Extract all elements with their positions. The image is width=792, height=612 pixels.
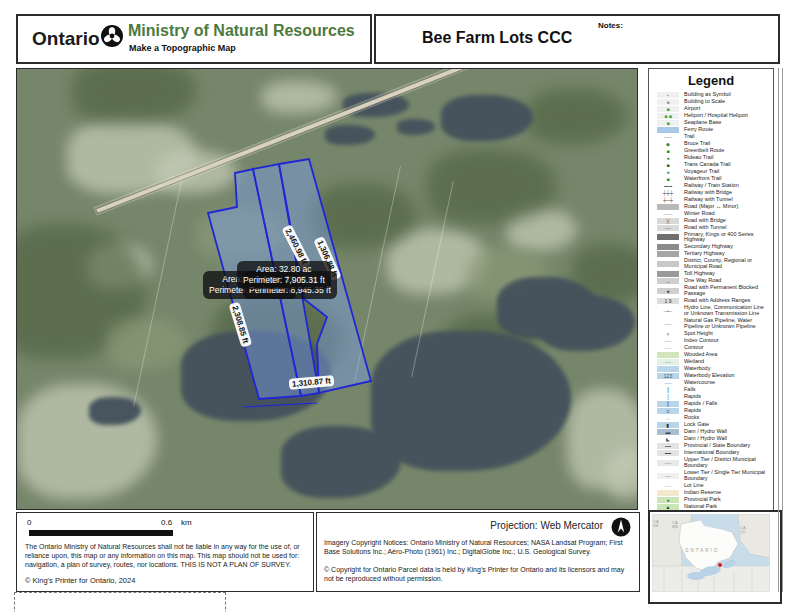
legend-item-label: Lot Line bbox=[684, 483, 704, 489]
legend-swatch-icon: ── bbox=[657, 338, 679, 344]
legend-item-label: Rideau Trail bbox=[684, 155, 713, 161]
tooltip-perimeter-value: Perimeter: 7,905.31 ft bbox=[243, 275, 325, 286]
legend-swatch-icon bbox=[657, 127, 679, 133]
legend-item-label: Rapids bbox=[684, 394, 701, 400]
legend-swatch-icon bbox=[657, 352, 679, 358]
legend-swatch-icon: ■ ■ bbox=[657, 113, 679, 119]
legend-swatch-icon bbox=[657, 244, 679, 250]
legend-item: ■ ■Heliport / Hospital Heliport bbox=[657, 112, 769, 119]
scale-disclaimer-box: 0 0.6 km The Ontario Ministry of Natural… bbox=[16, 512, 314, 592]
legend-item: ──Upper Tier / District Municipal Bounda… bbox=[657, 456, 769, 469]
legend-item: ■Waterfront Trail bbox=[657, 175, 769, 182]
legend-swatch-icon: ▮ bbox=[657, 422, 679, 428]
locator-map-graphic bbox=[652, 514, 770, 592]
legend-item-label: Bruce Trail bbox=[684, 141, 710, 147]
legend-swatch-icon: 123 bbox=[657, 373, 679, 379]
legend-item-label: Hydro Line, Communication Line or Unknow… bbox=[684, 305, 769, 317]
legend-item-label: Rocks bbox=[684, 415, 699, 421]
legend-items: ▪Building as Symbol■Building to Scale■Ai… bbox=[649, 91, 773, 512]
legend-swatch-icon: ■ bbox=[657, 106, 679, 112]
legend-item-label: District, County, Regional or Municipal … bbox=[684, 258, 769, 270]
legend-item: ●Voyageur Trail bbox=[657, 168, 769, 175]
legend-item: ▪Building as Symbol bbox=[657, 91, 769, 98]
legend-swatch-icon: 1 9 bbox=[657, 298, 679, 304]
legend-swatch-icon: ║ bbox=[657, 401, 679, 407]
tooltip-area-value: Area: 32.80 ac bbox=[243, 264, 325, 275]
legend-item-label: Road (Major ↔ Minor) bbox=[684, 204, 738, 210]
legend-swatch-icon: ◣ bbox=[657, 436, 679, 442]
legend-swatch-icon: ● bbox=[657, 169, 679, 175]
legend-item-label: Airport bbox=[684, 106, 700, 112]
disclaimer-text: The Ontario Ministry of Natural Resource… bbox=[25, 543, 307, 569]
legend-item: ┼╌┼Railway with Tunnel bbox=[657, 196, 769, 203]
legend-item-label: Railway / Train Station bbox=[684, 183, 739, 189]
legend-item: ■Airport bbox=[657, 105, 769, 112]
legend-item-label: Building to Scale bbox=[684, 99, 725, 105]
legend-item-label: Voyageur Trail bbox=[684, 169, 719, 175]
legend-item-label: Waterbody bbox=[684, 366, 710, 372]
legend-item: ■Trans Canada Trail bbox=[657, 161, 769, 168]
legend-swatch-icon bbox=[657, 251, 679, 257]
legend-swatch-icon: ── bbox=[657, 380, 679, 386]
legend-swatch-icon: ── bbox=[657, 321, 679, 327]
legend-item-label: Rapids bbox=[684, 408, 701, 414]
legend-item-label: Railway with Tunnel bbox=[684, 197, 733, 203]
legend-item: ◆Bruce Trail bbox=[657, 140, 769, 147]
scale-unit-label: km bbox=[181, 518, 192, 527]
locator-map-box: CA SK CA MB CA QC ONTARIO bbox=[648, 510, 782, 604]
legend-item-label: Heliport / Hospital Heliport bbox=[684, 113, 748, 119]
parcel-measurement-tooltip: Area: 32.80 acPerimeter: 7,905.31 ft bbox=[237, 261, 331, 289]
legend-item-label: Trans Canada Trail bbox=[684, 162, 731, 168]
legend-item: Ferry Route bbox=[657, 126, 769, 133]
locator-marker-dot bbox=[718, 563, 722, 567]
legend-item: ┼┼┼Railway with Bridge bbox=[657, 189, 769, 196]
legend-swatch-icon: ╌╌ bbox=[657, 225, 679, 231]
locator-label-qc: CA QC bbox=[740, 526, 746, 535]
legend-item-label: Lock Gate bbox=[684, 422, 709, 428]
legend-item-label: Natural Gas Pipeline, Water Pipeline or … bbox=[684, 318, 769, 330]
legend-title: Legend bbox=[649, 73, 773, 88]
legend-swatch-icon: ■ bbox=[657, 162, 679, 168]
scale-end-label: 0.6 bbox=[161, 518, 172, 527]
legend-swatch-icon: ┼┼┼ bbox=[657, 190, 679, 196]
legend-item: ■Greenbelt Route bbox=[657, 147, 769, 154]
legend-item: Road (Major ↔ Minor) bbox=[657, 203, 769, 210]
scale-bar bbox=[29, 530, 173, 536]
legend-swatch-icon: ▪ bbox=[657, 92, 679, 98]
locator-label-ontario: ONTARIO bbox=[685, 548, 719, 553]
legend-item-label: Greenbelt Route bbox=[684, 148, 724, 154]
parcel-copyright-text: © Copyright for Ontario Parcel data is h… bbox=[324, 566, 630, 584]
legend-item: ●Rideau Trail bbox=[657, 154, 769, 161]
legend-swatch-icon: ━━ bbox=[657, 450, 679, 456]
legend-item: ■Seaplane Base bbox=[657, 119, 769, 126]
legend-item: ──Watercourse bbox=[657, 379, 769, 386]
legend-swatch-icon: ─•─ bbox=[657, 308, 679, 314]
legend-item: ≡Rapids bbox=[657, 407, 769, 414]
legend-item-label: Primary, Kings or 400 Series Highway bbox=[684, 232, 769, 244]
legend-item: ●Road with Permanent Blocked Passage bbox=[657, 285, 769, 298]
legend-item: ──Natural Gas Pipeline, Water Pipeline o… bbox=[657, 318, 769, 331]
legend-swatch-icon: ● bbox=[657, 155, 679, 161]
copyright-projection-box: Projection: Web Mercator Imagery Copyrig… bbox=[316, 512, 640, 592]
map-canvas[interactable]: 2,460.98 ft1,306.88 ft2,308.85 ft1,310.8… bbox=[16, 68, 638, 510]
legend-item-label: Contour bbox=[684, 345, 704, 351]
legend-item: ╌╌Lower Tier / Single Tier Municipal Bou… bbox=[657, 469, 769, 482]
legend-swatch-icon bbox=[657, 366, 679, 372]
legend-swatch-icon: ▲ bbox=[657, 504, 679, 510]
locator-map: CA SK CA MB CA QC ONTARIO bbox=[652, 514, 770, 592]
ontario-trillium-icon bbox=[100, 24, 124, 52]
legend-item-label: Winter Road bbox=[684, 211, 715, 217]
legend-item-label: Ferry Route bbox=[684, 127, 713, 133]
imagery-copyright-text: Imagery Copyright Notices: Ontario Minis… bbox=[324, 539, 630, 557]
legend-item: ~~Wetland bbox=[657, 358, 769, 365]
legend-swatch-icon bbox=[657, 234, 679, 240]
legend-swatch-icon: )( bbox=[657, 218, 679, 224]
legend-swatch-icon: ── bbox=[657, 460, 679, 466]
legend-item: District, County, Regional or Municipal … bbox=[657, 258, 769, 271]
legend-item: ──Index Contour bbox=[657, 337, 769, 344]
legend-swatch-icon: ~~ bbox=[657, 359, 679, 365]
legend-item: ━▪━Railway / Train Station bbox=[657, 182, 769, 189]
legend-item-label: Trail bbox=[684, 134, 695, 140]
legend-item: ╌╌Road with Tunnel bbox=[657, 224, 769, 231]
legend-item: ┃Falls bbox=[657, 386, 769, 393]
